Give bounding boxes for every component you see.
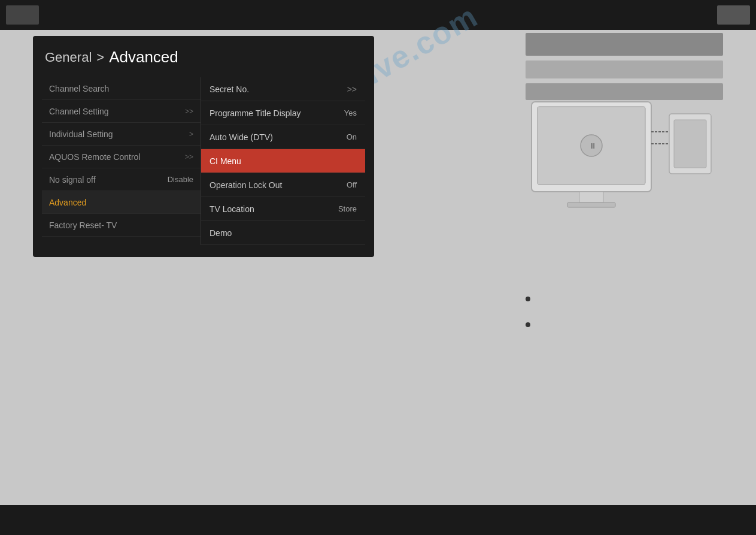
sidebar-item-aquos-remote[interactable]: AQUOS Remote Control >> [42, 146, 201, 168]
svg-rect-3 [567, 202, 615, 207]
right-menu-item-tv-location[interactable]: TV Location Store [201, 197, 365, 221]
sidebar-item-channel-setting-arrow: >> [185, 107, 193, 116]
right-menu-item-auto-wide[interactable]: Auto Wide (DTV) On [201, 125, 365, 149]
right-menu-item-auto-wide-value: On [347, 132, 357, 141]
breadcrumb-parent: General [45, 50, 92, 65]
bullet-dot-2 [526, 322, 530, 327]
breadcrumb-separator: > [96, 50, 104, 65]
right-menu-item-programme-title-label: Programme Title Display [210, 108, 344, 118]
menu-layout: Channel Search Channel Setting >> Indivi… [42, 77, 365, 245]
right-menu-item-tv-location-value: Store [338, 204, 357, 213]
top-bar-button[interactable] [717, 5, 750, 25]
breadcrumb: General > Advanced [42, 48, 365, 67]
right-menu-item-tv-location-label: TV Location [210, 204, 338, 214]
right-menu-item-demo[interactable]: Demo [201, 221, 365, 245]
sidebar-item-no-signal-value: Disable [168, 175, 193, 184]
svg-rect-7 [674, 120, 706, 168]
right-menu-item-programme-title-value: Yes [344, 108, 357, 117]
bullet-item-2 [526, 319, 723, 327]
tv-menu-container: General > Advanced Channel Search Channe… [33, 36, 374, 257]
right-menu-item-operation-lock[interactable]: Operation Lock Out Off [201, 173, 365, 197]
sidebar-item-individual-setting[interactable]: Individual Setting > [42, 123, 201, 146]
sidebar-item-factory-reset[interactable]: Factory Reset- TV [42, 214, 201, 237]
bottom-bar [0, 505, 756, 535]
bullet-area [526, 294, 723, 345]
sidebar-item-individual-setting-label: Individual Setting [49, 129, 186, 139]
right-menu-item-secret-no-label: Secret No. [210, 84, 344, 94]
bullet-item-1 [526, 294, 723, 301]
right-menu-item-demo-label: Demo [210, 228, 357, 238]
bullet-dot-1 [526, 297, 530, 301]
tv-illustration: ⏸ [526, 96, 723, 234]
sidebar-item-individual-setting-arrow: > [189, 130, 193, 138]
right-menu-item-programme-title[interactable]: Programme Title Display Yes [201, 101, 365, 125]
right-menu-item-ci-menu[interactable]: CI Menu [201, 149, 365, 173]
right-panel [526, 33, 723, 100]
sidebar-item-advanced[interactable]: Advanced [42, 191, 201, 214]
sidebar-item-aquos-remote-label: AQUOS Remote Control [49, 152, 181, 162]
sidebar-item-advanced-label: Advanced [49, 198, 193, 207]
breadcrumb-current: Advanced [109, 48, 178, 67]
right-menu-item-auto-wide-label: Auto Wide (DTV) [210, 132, 347, 142]
svg-rect-2 [579, 192, 603, 202]
right-menu-item-secret-no[interactable]: Secret No. >> [201, 77, 365, 101]
right-bar-2 [526, 61, 723, 78]
top-bar [0, 0, 756, 30]
sidebar-item-channel-search[interactable]: Channel Search [42, 77, 201, 100]
sidebar-item-channel-search-label: Channel Search [49, 84, 193, 93]
right-menu-item-operation-lock-value: Off [347, 180, 357, 189]
right-menu-item-operation-lock-label: Operation Lock Out [210, 180, 347, 190]
logo [6, 5, 39, 25]
right-menu-item-ci-menu-label: CI Menu [210, 156, 357, 166]
svg-text:⏸: ⏸ [589, 141, 597, 150]
sidebar-item-no-signal-label: No signal off [49, 175, 168, 185]
main-content: General > Advanced Channel Search Channe… [33, 36, 428, 257]
left-sidebar: Channel Search Channel Setting >> Indivi… [42, 77, 201, 245]
sidebar-item-aquos-remote-arrow: >> [185, 153, 193, 161]
right-menu-item-secret-no-arrow: >> [347, 84, 357, 94]
sidebar-item-channel-setting[interactable]: Channel Setting >> [42, 100, 201, 123]
right-bar-1 [526, 33, 723, 56]
sidebar-item-factory-reset-label: Factory Reset- TV [49, 220, 193, 230]
sidebar-item-channel-setting-label: Channel Setting [49, 107, 181, 116]
right-menu: Secret No. >> Programme Title Display Ye… [201, 77, 365, 245]
sidebar-item-no-signal[interactable]: No signal off Disable [42, 168, 201, 191]
